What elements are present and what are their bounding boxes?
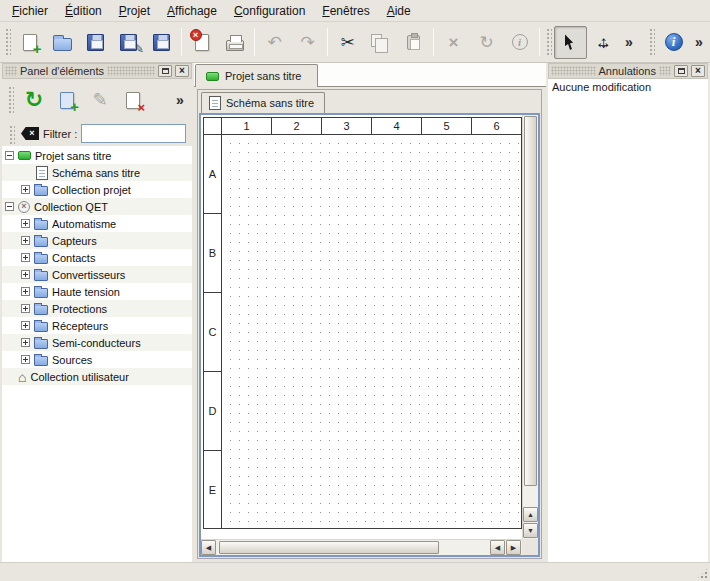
plus-badge-icon: +	[33, 41, 42, 56]
scroll-up-button[interactable]: ▲	[523, 507, 538, 522]
scrollbar-track[interactable]	[523, 115, 538, 507]
expand-icon[interactable]	[21, 219, 30, 228]
redo-button[interactable]: ↷	[291, 26, 324, 59]
menu-configuration[interactable]: Configuration	[226, 2, 313, 20]
open-folder-icon	[53, 38, 72, 51]
scrollbar-thumb[interactable]	[219, 541, 439, 554]
toolbar-overflow-right-button[interactable]: »	[690, 26, 708, 59]
paste-icon	[407, 35, 420, 50]
row-header: D	[204, 372, 221, 451]
collapse-icon[interactable]	[5, 202, 14, 211]
tree-item-collection-qet[interactable]: × Collection QET	[2, 198, 192, 215]
tree-item-sources[interactable]: Sources	[2, 351, 192, 368]
float-panel-button[interactable]	[674, 65, 688, 77]
toolbar-handle[interactable]	[7, 85, 14, 115]
expand-icon[interactable]	[21, 304, 30, 313]
vertical-scrollbar[interactable]: ▲ ▼	[522, 115, 538, 539]
about-button[interactable]: i	[657, 26, 690, 59]
cut-button[interactable]: ✂	[331, 26, 364, 59]
new-element-button[interactable]: +	[52, 85, 82, 115]
menu-fichier[interactable]: Fichier	[4, 2, 56, 20]
edit-element-button[interactable]: ✎	[85, 85, 115, 115]
save-as-button[interactable]: ✎	[112, 26, 145, 59]
undo-list-item[interactable]: Aucune modification	[548, 79, 708, 95]
expand-icon[interactable]	[21, 287, 30, 296]
toolbar-handle[interactable]	[545, 27, 552, 57]
expand-icon[interactable]	[21, 355, 30, 364]
copy-button[interactable]	[364, 26, 397, 59]
tree-item-collection-utilisateur[interactable]: ⌂ Collection utilisateur	[2, 368, 192, 385]
close-file-button[interactable]: ×	[185, 26, 218, 59]
elements-panel-titlebar[interactable]: Panel d'éléments ×	[2, 63, 192, 79]
undo-history-list[interactable]: Aucune modification	[548, 79, 708, 562]
print-button[interactable]	[218, 26, 251, 59]
project-tab[interactable]: Projet sans titre	[195, 64, 318, 87]
scrollbar-thumb[interactable]	[524, 116, 537, 486]
tree-item-haute-tension[interactable]: Haute tension	[2, 283, 192, 300]
select-tool-button[interactable]	[554, 26, 587, 59]
tree-item-recepteurs[interactable]: Récepteurs	[2, 317, 192, 334]
schema-canvas[interactable]: 1 2 3 4 5 6 A B C D	[201, 115, 522, 539]
menu-edition[interactable]: Édition	[57, 2, 110, 20]
resize-grip[interactable]	[696, 567, 709, 580]
menu-fenetres[interactable]: Fenêtres	[314, 2, 377, 20]
row-header: E	[204, 451, 221, 528]
schema-tab[interactable]: Schéma sans titre	[201, 92, 325, 113]
menu-affichage[interactable]: Affichage	[159, 2, 225, 20]
pan-tool-button[interactable]: ↔ ↕	[587, 26, 620, 59]
tree-item-protections[interactable]: Protections	[2, 300, 192, 317]
tree-item-convertisseurs[interactable]: Convertisseurs	[2, 266, 192, 283]
expand-icon[interactable]	[21, 236, 30, 245]
tree-item-label: Convertisseurs	[52, 269, 125, 281]
tree-item-automatisme[interactable]: Automatisme	[2, 215, 192, 232]
column-header: 4	[372, 118, 422, 134]
schema-view[interactable]: 1 2 3 4 5 6 A B C D	[199, 113, 540, 557]
float-panel-button[interactable]	[158, 65, 172, 77]
paste-button[interactable]	[397, 26, 430, 59]
properties-button[interactable]: i	[503, 26, 536, 59]
close-panel-button[interactable]: ×	[691, 65, 705, 77]
grid-dots[interactable]	[223, 136, 521, 528]
rotate-button[interactable]: ↻	[470, 26, 503, 59]
undo-button[interactable]: ↶	[258, 26, 291, 59]
scroll-right-button[interactable]: ▶	[506, 540, 521, 555]
menu-projet[interactable]: Projet	[111, 2, 158, 20]
save-button[interactable]	[79, 26, 112, 59]
delete-element-button[interactable]: ×	[118, 85, 148, 115]
collapse-icon[interactable]	[5, 151, 14, 160]
filter-input[interactable]	[81, 124, 186, 143]
clear-filter-button[interactable]: ×	[21, 127, 39, 140]
scroll-down-button[interactable]: ▼	[523, 523, 538, 538]
expand-icon[interactable]	[21, 270, 30, 279]
tree-item-capteurs[interactable]: Capteurs	[2, 232, 192, 249]
scroll-left-button[interactable]: ◀	[490, 540, 505, 555]
select-arrow-icon	[565, 34, 577, 50]
undo-panel-titlebar[interactable]: Annulations ×	[548, 63, 708, 79]
new-project-button[interactable]: +	[13, 26, 46, 59]
reload-collections-button[interactable]: ↻	[19, 85, 49, 115]
close-panel-button[interactable]: ×	[175, 65, 189, 77]
scrollbar-track[interactable]	[217, 540, 490, 555]
expand-icon[interactable]	[21, 338, 30, 347]
tree-item-label: Automatisme	[52, 218, 116, 230]
menu-aide[interactable]: Aide	[379, 2, 419, 20]
expand-icon[interactable]	[21, 321, 30, 330]
expand-icon[interactable]	[21, 253, 30, 262]
save-all-button[interactable]	[145, 26, 178, 59]
tree-item-collection-projet[interactable]: Collection projet	[2, 181, 192, 198]
toolbar-handle[interactable]	[648, 27, 655, 57]
folder-icon	[34, 237, 48, 247]
delete-button[interactable]: ×	[437, 26, 470, 59]
scroll-left-button[interactable]: ◀	[201, 540, 216, 555]
tree-item-semi-conducteurs[interactable]: Semi-conducteurs	[2, 334, 192, 351]
toolbar-handle[interactable]	[4, 27, 11, 57]
panel-toolbar-overflow-button[interactable]: »	[171, 85, 189, 115]
expand-icon[interactable]	[21, 185, 30, 194]
tree-item-schema[interactable]: Schéma sans titre	[2, 164, 192, 181]
tree-item-project[interactable]: Projet sans titre	[2, 147, 192, 164]
toolbar-overflow-button[interactable]: »	[620, 26, 638, 59]
tree-item-contacts[interactable]: Contacts	[2, 249, 192, 266]
open-button[interactable]	[46, 26, 79, 59]
toolbar-handle[interactable]	[8, 124, 15, 144]
horizontal-scrollbar[interactable]: ◀ ◀ ▶	[201, 539, 522, 555]
